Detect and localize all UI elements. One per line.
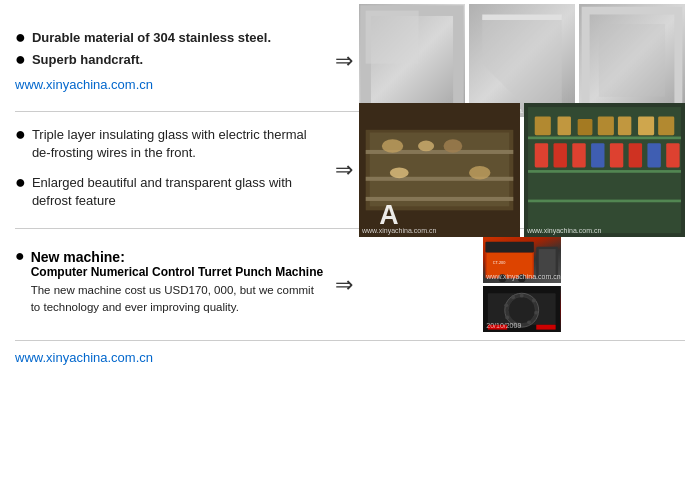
bullet-triple-layer: ● Triple layer insulating glass with ele… bbox=[15, 126, 325, 162]
svg-rect-26 bbox=[598, 116, 614, 135]
svg-rect-35 bbox=[629, 143, 642, 167]
arrow-1: ⇒ bbox=[335, 48, 353, 74]
svg-rect-20 bbox=[528, 136, 681, 139]
svg-point-51 bbox=[532, 299, 536, 303]
svg-rect-36 bbox=[647, 143, 660, 167]
svg-point-50 bbox=[520, 294, 524, 298]
svg-rect-59 bbox=[537, 325, 556, 330]
arrow-2: ⇒ bbox=[335, 157, 353, 183]
svg-rect-31 bbox=[554, 143, 567, 167]
svg-point-13 bbox=[418, 140, 434, 151]
svg-point-14 bbox=[444, 139, 463, 152]
svg-rect-25 bbox=[578, 119, 593, 135]
section-steel-text: ● Durable material of 304 stainless stee… bbox=[15, 18, 335, 103]
svg-point-12 bbox=[382, 139, 403, 152]
bullet-handcraft: ● Superb handcraft. bbox=[15, 51, 325, 69]
footer-section: www.xinyachina.com.cn bbox=[15, 340, 685, 367]
link-website-footer[interactable]: www.xinyachina.com.cn bbox=[15, 350, 685, 365]
machine-title: New machine: bbox=[31, 249, 325, 265]
svg-rect-22 bbox=[528, 200, 681, 203]
bullet-enlarged-glass: ● Enlarged beautiful and transparent gla… bbox=[15, 174, 325, 210]
svg-point-16 bbox=[390, 167, 409, 178]
svg-point-57 bbox=[511, 295, 515, 299]
bullet-text-4: Enlarged beautiful and transparent glass… bbox=[32, 174, 325, 210]
watermark-6: www.xinyachina.com.cn bbox=[486, 273, 560, 280]
section-machine: ● New machine: Computer Numerical Contro… bbox=[15, 229, 685, 340]
link-website-1[interactable]: www.xinyachina.com.cn bbox=[15, 77, 325, 92]
svg-rect-37 bbox=[666, 143, 679, 167]
page: ● Durable material of 304 stainless stee… bbox=[0, 0, 700, 500]
bullet-dot-2: ● bbox=[15, 50, 26, 68]
machine-description: New machine: Computer Numerical Control … bbox=[31, 249, 325, 317]
steel-image-3: www.xinyachina.com.cn bbox=[579, 4, 685, 117]
machine-image-left: www.xinyachina.com.cn CT-200 bbox=[483, 237, 560, 283]
svg-point-55 bbox=[506, 316, 510, 320]
svg-rect-32 bbox=[572, 143, 585, 167]
section-glass-text: ● Triple layer insulating glass with ele… bbox=[15, 120, 335, 220]
bullet-dot-4: ● bbox=[15, 173, 26, 191]
svg-text:A: A bbox=[379, 200, 398, 230]
steel-image-2: www.xinyachina.com.cn bbox=[469, 4, 575, 117]
svg-rect-23 bbox=[535, 116, 551, 135]
bullet-dot-5: ● bbox=[15, 248, 25, 264]
svg-point-52 bbox=[535, 311, 539, 315]
section-machine-images: www.xinyachina.com.cn CT-200 bbox=[359, 237, 685, 332]
steel-image-1: www.xinyachina.com.cn bbox=[359, 4, 465, 117]
section-glass-images: www.xinyachina.com.cn A bbox=[359, 120, 685, 220]
svg-rect-34 bbox=[610, 143, 623, 167]
section-steel: ● Durable material of 304 stainless stee… bbox=[15, 10, 685, 112]
section-glass: ● Triple layer insulating glass with ele… bbox=[15, 112, 685, 229]
svg-rect-33 bbox=[591, 143, 604, 167]
bullet-stainless-steel: ● Durable material of 304 stainless stee… bbox=[15, 29, 325, 47]
svg-rect-21 bbox=[528, 170, 681, 173]
bullet-dot-1: ● bbox=[15, 28, 26, 46]
display-case-image-right: www.xinyachina.com.cn bbox=[524, 103, 685, 237]
svg-marker-2 bbox=[482, 17, 562, 103]
watermark-4: www.xinyachina.com.cn bbox=[362, 227, 436, 234]
svg-point-53 bbox=[527, 320, 531, 324]
machine-image-right: 20/10/2009 bbox=[483, 286, 560, 332]
section-machine-text: ● New machine: Computer Numerical Contro… bbox=[15, 237, 335, 332]
svg-rect-30 bbox=[535, 143, 548, 167]
bullet-dot-3: ● bbox=[15, 125, 26, 143]
svg-rect-40 bbox=[486, 242, 534, 253]
section-steel-images: www.xinyachina.com.cn www.xinyachina.com… bbox=[359, 18, 685, 103]
svg-rect-24 bbox=[558, 116, 571, 135]
svg-rect-1 bbox=[366, 11, 419, 64]
bullet-text-2: Superb handcraft. bbox=[32, 51, 143, 69]
svg-rect-29 bbox=[658, 116, 674, 135]
bullet-text-1: Durable material of 304 stainless steel. bbox=[32, 29, 271, 47]
watermark-7: 20/10/2009 bbox=[486, 322, 521, 329]
svg-rect-27 bbox=[618, 116, 631, 135]
svg-rect-42 bbox=[539, 249, 556, 276]
svg-rect-5 bbox=[599, 24, 665, 97]
svg-text:CT-200: CT-200 bbox=[493, 260, 506, 265]
machine-desc: The new machine cost us USD170, 000, but… bbox=[31, 282, 325, 317]
bullet-text-3: Triple layer insulating glass with elect… bbox=[32, 126, 325, 162]
arrow-3: ⇒ bbox=[335, 272, 353, 298]
watermark-5: www.xinyachina.com.cn bbox=[527, 227, 601, 234]
machine-subtitle: Computer Numerical Control Turret Punch … bbox=[31, 265, 325, 279]
svg-rect-10 bbox=[366, 177, 514, 181]
svg-point-49 bbox=[508, 297, 535, 324]
svg-rect-28 bbox=[638, 116, 654, 135]
display-case-image-left: www.xinyachina.com.cn A bbox=[359, 103, 520, 237]
svg-point-15 bbox=[469, 166, 490, 179]
svg-point-56 bbox=[505, 303, 509, 307]
bullet-new-machine: ● New machine: Computer Numerical Contro… bbox=[15, 249, 325, 317]
